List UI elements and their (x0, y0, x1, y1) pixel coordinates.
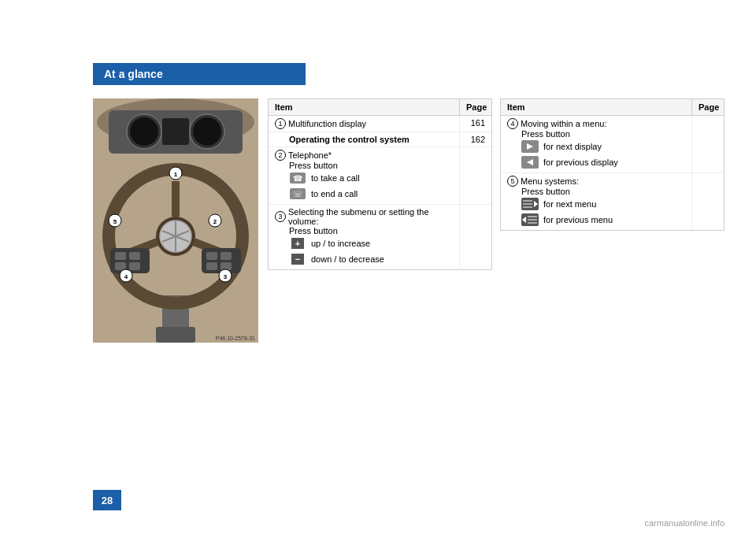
menu-prev-icon (521, 213, 539, 226)
row-sub: Press button (275, 226, 453, 235)
svg-rect-9 (156, 327, 195, 343)
item-number: 5 (507, 176, 518, 187)
tables-area: Item Page 1 Multifunction display 161 (268, 98, 724, 343)
svg-text:☏: ☏ (293, 190, 303, 198)
row-page (692, 173, 724, 230)
svg-rect-22 (115, 252, 126, 260)
sub-item: for next display (507, 139, 685, 154)
col-page-header: Page (460, 99, 491, 115)
row-page (460, 205, 491, 269)
item-number: 1 (275, 118, 286, 129)
svg-rect-23 (129, 252, 140, 260)
row-content: 2 Telephone* Press button ☎ to take a ca… (269, 147, 460, 204)
svg-rect-7 (162, 118, 189, 145)
sub-item: ☎ to take a call (275, 170, 453, 186)
item-number: 3 (275, 211, 286, 222)
table-row: 1 Multifunction display 161 (269, 116, 491, 132)
phone-take-icon: ☎ (289, 172, 306, 184)
row-page (460, 147, 491, 204)
arrow-right-display-icon (521, 140, 539, 153)
col-item-header: Item (501, 99, 692, 115)
row-content: 5 Menu systems: Press button (501, 173, 692, 230)
table-2-header: Item Page (501, 99, 724, 116)
table-row: Operating the control system 162 (269, 132, 491, 147)
plus-box: + (291, 238, 304, 249)
sub-item: ☏ to end a call (275, 186, 453, 202)
table-2: Item Page 4 Moving within a menu: Press … (500, 98, 724, 231)
sub-label: for next menu (543, 199, 596, 209)
item-number: 2 (275, 150, 286, 161)
row-sub: Press button (507, 129, 685, 139)
row-content: Operating the control system (269, 132, 460, 146)
row-sub: Press button (275, 161, 453, 170)
row-label: Menu systems: (521, 176, 579, 186)
table-row: 5 Menu systems: Press button (501, 173, 724, 230)
row-content: 1 Multifunction display (269, 116, 460, 132)
main-content: 1 2 3 4 5 P46.10-2578-31 Item Page (93, 98, 724, 343)
sub-item: + up / to increase (275, 235, 453, 251)
col-page-header: Page (692, 99, 724, 115)
phone-end-icon: ☏ (289, 187, 306, 200)
sub-label: to end a call (311, 189, 358, 198)
row-label: Multifunction display (288, 119, 366, 128)
sub-item: for previous display (507, 154, 685, 170)
svg-rect-55 (528, 219, 537, 221)
svg-rect-27 (220, 252, 232, 260)
svg-rect-29 (220, 262, 232, 270)
minus-icon: − (289, 253, 306, 265)
row-label: Moving within a menu: (521, 119, 606, 128)
row-sub: Press button (507, 187, 685, 196)
table-1: Item Page 1 Multifunction display 161 (268, 98, 492, 270)
svg-text:4: 4 (124, 273, 128, 280)
svg-rect-56 (528, 222, 537, 224)
row-content: 4 Moving within a menu: Press button for… (501, 116, 692, 172)
row-label-bold: Operating the control system (289, 135, 410, 144)
svg-text:2: 2 (213, 218, 217, 225)
svg-rect-24 (115, 262, 126, 270)
table-1-header: Item Page (269, 99, 491, 116)
sub-item: − down / to decrease (275, 251, 453, 267)
svg-point-6 (193, 117, 221, 146)
svg-rect-51 (523, 206, 532, 208)
svg-rect-49 (523, 200, 532, 202)
sub-label: to take a call (311, 173, 360, 183)
arrow-left-display-icon (521, 156, 539, 169)
sub-label: down / to decrease (311, 254, 384, 264)
table-row: 4 Moving within a menu: Press button for… (501, 116, 724, 173)
row-label: Telephone* (288, 150, 332, 160)
row-label: Selecting the submenu or setting the vol… (288, 207, 453, 226)
table-row: 2 Telephone* Press button ☎ to take a ca… (269, 147, 491, 205)
menu-next-icon (521, 198, 539, 210)
section-title: At a glance (104, 68, 163, 80)
row-page: 162 (460, 132, 491, 146)
svg-point-4 (130, 117, 158, 146)
steering-wheel-image: 1 2 3 4 5 P46.10-2578-31 (93, 98, 258, 343)
sub-label: for next display (543, 142, 602, 151)
svg-rect-28 (206, 262, 217, 270)
sub-item: for previous menu (507, 212, 685, 228)
svg-rect-54 (528, 216, 537, 217)
row-content: 3 Selecting the submenu or setting the v… (269, 205, 460, 269)
svg-text:3: 3 (224, 273, 228, 280)
minus-box: − (291, 254, 304, 265)
item-number: 4 (507, 118, 518, 129)
plus-icon: + (289, 237, 306, 250)
svg-text:5: 5 (113, 218, 117, 225)
row-page (692, 116, 724, 172)
row-page: 161 (460, 116, 491, 132)
sub-label: for previous display (543, 158, 618, 167)
sub-label: for previous menu (543, 215, 613, 224)
page-number-badge: 28 (93, 490, 121, 510)
svg-text:☎: ☎ (293, 174, 302, 183)
steering-wheel-svg: 1 2 3 4 5 (93, 98, 258, 343)
watermark: carmanualonline.info (644, 518, 724, 528)
col-item-header: Item (269, 99, 460, 115)
svg-rect-26 (206, 252, 217, 260)
sub-item: for next menu (507, 196, 685, 212)
svg-rect-25 (129, 262, 140, 270)
section-header: At a glance (93, 63, 306, 85)
table-row: 3 Selecting the submenu or setting the v… (269, 205, 491, 269)
svg-rect-50 (523, 203, 532, 205)
sub-label: up / to increase (311, 239, 370, 248)
photo-credit: P46.10-2578-31 (216, 336, 255, 341)
